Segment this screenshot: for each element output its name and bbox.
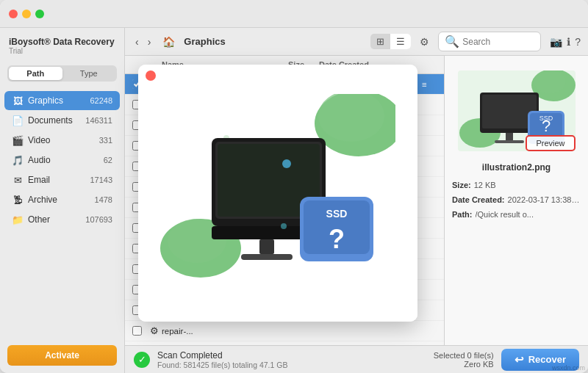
list-view-button[interactable]: ☰	[390, 34, 411, 49]
sidebar-item-label: Archive	[28, 195, 95, 205]
overlay-preview-window: SSD ?	[138, 65, 417, 322]
grid-view-button[interactable]: ⊞	[370, 34, 390, 49]
activate-button[interactable]: Activate	[7, 345, 117, 366]
scan-status-label: Scan Completed	[157, 350, 287, 361]
sidebar-tab-group: Path Type	[7, 65, 117, 82]
titlebar	[0, 0, 588, 28]
archive-icon: 🗜	[12, 194, 24, 206]
detail-size-row: Size: 12 KB	[452, 178, 581, 193]
other-icon: 📁	[12, 214, 24, 225]
info-icon[interactable]: ℹ	[567, 36, 570, 48]
overlay-image-area: SSD ?	[138, 65, 417, 322]
size-value: 12 KB	[474, 178, 496, 193]
tab-path[interactable]: Path	[9, 67, 62, 80]
search-input[interactable]	[462, 37, 534, 47]
email-icon: ✉	[12, 174, 24, 186]
back-button[interactable]: ‹	[132, 35, 142, 49]
sidebar-item-count: 146311	[85, 116, 112, 125]
overlay-close-button[interactable]	[146, 70, 156, 81]
tab-type[interactable]: Type	[62, 67, 116, 80]
sidebar-brand: iBoysoft® Data Recovery Trial	[0, 28, 124, 59]
audio-icon: 🎵	[12, 154, 24, 166]
svg-text:SSD: SSD	[539, 115, 553, 122]
forward-button[interactable]: ›	[145, 35, 154, 49]
app-title: iBoysoft® Data Recovery	[9, 37, 115, 47]
toolbar-extra-icons: 📷 ℹ ?	[550, 36, 581, 48]
scan-detail: Found: 581425 file(s) totaling 47.1 GB	[157, 361, 287, 369]
path-value: /Quick result o...	[476, 208, 534, 222]
main-window: iBoysoft® Data Recovery Trial Path Type …	[0, 0, 588, 373]
sidebar-item-archive[interactable]: 🗜 Archive 1478	[4, 190, 120, 209]
sidebar-item-count: 62	[104, 156, 112, 164]
detail-info: Size: 12 KB Date Created: 2022-03-17 13:…	[452, 178, 581, 222]
svg-point-28	[282, 159, 291, 168]
statusbar: ✓ Scan Completed Found: 581425 file(s) t…	[125, 345, 588, 373]
table-row[interactable]: ⚙ repair-...	[125, 321, 444, 341]
preview-area: ? SSD Preview	[458, 67, 576, 155]
selected-files-info: Selected 0 file(s) Zero KB	[434, 351, 494, 369]
sidebar-item-count: 1478	[95, 195, 112, 204]
graphics-icon: 🖼	[12, 95, 24, 106]
svg-text:SSD: SSD	[326, 208, 348, 220]
svg-rect-22	[259, 239, 274, 254]
svg-rect-6	[506, 133, 513, 140]
svg-rect-7	[495, 140, 524, 143]
sidebar-item-graphics[interactable]: 🖼 Graphics 62248	[4, 91, 120, 110]
selected-files-count: Selected 0 file(s)	[434, 351, 494, 360]
detail-filename: illustration2.png	[482, 162, 551, 173]
traffic-lights	[9, 10, 44, 18]
video-icon: 🎬	[12, 134, 24, 146]
svg-point-29	[281, 223, 287, 229]
overlay-illustration: SSD ?	[160, 94, 395, 292]
file-name: repair-...	[162, 327, 275, 336]
search-box: 🔍	[438, 32, 541, 51]
search-icon: 🔍	[445, 35, 459, 48]
detail-date-row: Date Created: 2022-03-17 13:38:34	[452, 193, 581, 208]
sidebar-item-count: 107693	[85, 215, 112, 224]
sidebar-item-label: Other	[28, 214, 85, 225]
documents-icon: 📄	[12, 115, 24, 126]
preview-button[interactable]: Preview	[526, 135, 575, 151]
date-label: Date Created:	[452, 193, 505, 208]
camera-icon[interactable]: 📷	[550, 36, 562, 48]
view-toggle: ⊞ ☰	[370, 34, 411, 49]
help-icon[interactable]: ?	[575, 36, 581, 48]
row-checkbox[interactable]	[132, 326, 147, 336]
recover-btn-label: Recover	[528, 354, 566, 365]
maximize-button[interactable]	[35, 10, 44, 18]
sidebar-item-label: Documents	[28, 115, 85, 126]
sidebar-item-count: 62248	[90, 96, 112, 105]
minimize-button[interactable]	[22, 10, 31, 18]
sidebar-items: 🖼 Graphics 62248 📄 Documents 146311 🎬 Vi…	[0, 87, 124, 338]
filter-button[interactable]: ⚙	[417, 35, 432, 49]
svg-point-2	[534, 70, 566, 93]
scan-status-text: Scan Completed Found: 581425 file(s) tot…	[157, 350, 287, 369]
close-button[interactable]	[9, 10, 18, 18]
sidebar-item-count: 331	[99, 136, 112, 145]
date-value: 2022-03-17 13:38:34	[508, 193, 581, 208]
sidebar-item-label: Audio	[28, 155, 104, 165]
file-type-icon: ⚙	[147, 325, 162, 336]
sidebar-item-label: Video	[28, 135, 99, 145]
svg-text:?: ?	[329, 224, 345, 254]
sidebar-item-audio[interactable]: 🎵 Audio 62	[4, 151, 120, 170]
svg-rect-23	[241, 254, 293, 260]
watermark: wsxdn.com	[552, 364, 585, 372]
scan-complete-icon: ✓	[134, 352, 150, 368]
sidebar-item-other[interactable]: 📁 Other 107693	[4, 210, 120, 229]
toolbar: ‹ › 🏠 Graphics ⊞ ☰ ⚙ 🔍 📷 ℹ ?	[125, 28, 588, 56]
sidebar-item-email[interactable]: ✉ Email 17143	[4, 170, 120, 189]
home-button[interactable]: 🏠	[159, 35, 178, 49]
sidebar-item-documents[interactable]: 📄 Documents 146311	[4, 111, 120, 130]
app-subtitle: Trial	[9, 47, 115, 55]
detail-panel: ? SSD Preview illustration2.png Size: 12…	[445, 56, 588, 345]
activate-section: Activate	[7, 345, 117, 366]
sidebar-item-count: 17143	[90, 175, 112, 184]
sidebar: iBoysoft® Data Recovery Trial Path Type …	[0, 28, 125, 373]
sidebar-item-video[interactable]: 🎬 Video 331	[4, 131, 120, 150]
size-label: Size:	[452, 178, 471, 193]
path-label: Path:	[452, 208, 473, 222]
sidebar-item-label: Graphics	[28, 95, 90, 106]
folder-title: Graphics	[184, 36, 225, 47]
sidebar-item-label: Email	[28, 175, 90, 185]
